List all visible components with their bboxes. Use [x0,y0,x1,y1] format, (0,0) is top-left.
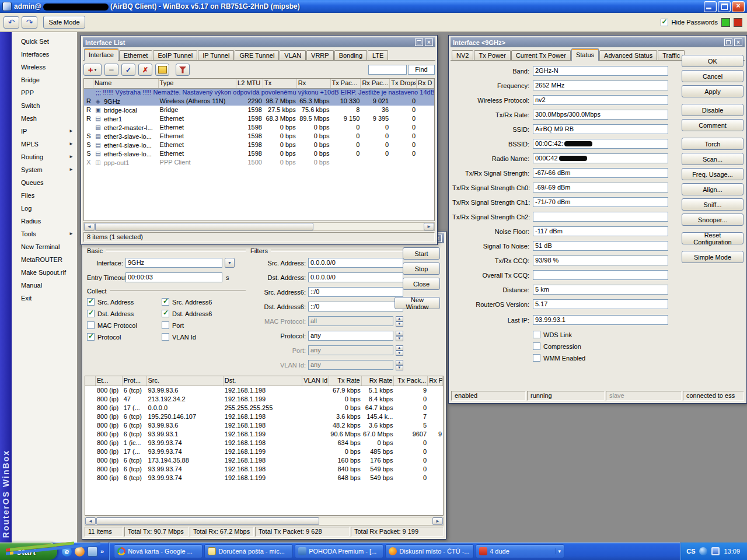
column-header[interactable] [84,79,93,88]
restore-icon[interactable] [415,38,423,46]
collect-checkbox[interactable]: Protocol [87,333,162,341]
interface-row[interactable]: X ppp-out1 PPP Client 1500 0 bps 0 bps [84,158,434,167]
taskbar-window-button[interactable]: Diskusní místo - ČTÚ -... ▾ [385,544,474,558]
filter-input[interactable]: any [308,331,393,341]
find-button[interactable]: Find [408,65,435,75]
interface-row[interactable]: R 9GHz Wireless (Atheros 11N) 2290 98.7 … [84,97,434,106]
status-checkbox[interactable]: WMM Enabled [533,354,585,362]
tab[interactable]: Status [571,48,599,61]
horizontal-scrollbar[interactable]: ◄ ► [85,517,444,526]
action-button[interactable]: Apply [682,85,743,97]
enable-button[interactable]: ✓ [121,64,135,76]
sidebar-item[interactable]: Switch ► [12,99,77,112]
column-header[interactable]: Tx Drops [390,79,417,88]
column-header[interactable]: Prot... [123,376,147,386]
language-indicator[interactable]: CS [686,548,695,555]
torch-row[interactable]: 800 (ip) 1 (ic... 93.99.93.74 192.168.1.… [85,439,443,447]
column-header[interactable]: VLAN Id [302,376,329,386]
scroll-right-button[interactable]: ► [424,223,434,230]
torch-row[interactable]: 800 (ip) 6 (tcp) 93.99.93.6 192.168.1.19… [85,386,443,395]
safe-mode-button[interactable]: Safe Mode [43,16,85,29]
tab[interactable]: IP Tunnel [198,50,234,60]
sidebar-item[interactable]: Wireless ► [12,61,77,74]
add-interface-button[interactable]: +▼ [83,64,102,76]
sidebar-item[interactable]: Tools ► [12,228,77,240]
interface-row[interactable]: S ether5-slave-lo... Ethernet 1598 0 bps… [84,149,434,158]
column-header[interactable]: Rx P... [428,376,443,386]
tab[interactable]: Tx Power [474,50,510,60]
column-header[interactable]: Rx D [417,79,434,88]
collect-checkbox[interactable]: Dst. Address6 [162,310,243,317]
column-header[interactable] [85,376,96,386]
clock[interactable]: 13:09 [724,548,740,555]
restore-button[interactable] [718,1,731,12]
filter-input[interactable]: all [308,316,393,326]
torch-row[interactable]: 800 (ip) 6 (tcp) 93.99.93.1 192.168.1.19… [85,430,443,439]
sidebar-item[interactable]: MetaROUTER ► [12,253,77,266]
column-header[interactable]: Tx [263,79,297,88]
tab[interactable]: Bonding [334,50,367,60]
action-button[interactable]: OK [682,55,743,67]
sidebar-item[interactable]: System ► [12,163,77,176]
taskbar-window-button[interactable]: 4 dude ▾ [476,544,564,558]
collect-checkbox[interactable]: Src. Address6 [162,298,243,306]
remove-interface-button[interactable]: − [104,64,118,76]
column-header[interactable]: Rx Rate [362,376,395,386]
close-button[interactable]: Close [403,278,440,290]
torch-row[interactable]: 800 (ip) 6 (tcp) 93.99.93.74 192.168.1.1… [85,465,443,474]
filter-input[interactable]: any [308,360,393,370]
tab[interactable]: Current Tx Power [511,50,571,60]
action-button[interactable]: Sniff... [682,198,743,211]
tab[interactable]: NV2 [452,50,473,60]
sidebar-item[interactable]: Quick Set ► [12,35,77,48]
filter-input[interactable]: ::/0 [308,302,403,312]
restore-icon[interactable] [724,38,732,46]
interface-row[interactable]: S ether4-slave-lo... Ethernet 1598 0 bps… [84,141,434,149]
action-button[interactable]: Reset Configuration [682,232,743,244]
comment-button[interactable] [155,64,169,76]
sidebar-item[interactable]: Bridge ► [12,74,77,86]
taskbar-window-button[interactable]: Nová karta - Google ... ▾ [114,544,203,558]
filter-button[interactable] [176,64,190,76]
sidebar-item[interactable]: Routing ► [12,150,77,163]
tab[interactable]: EoIP Tunnel [153,50,197,60]
interface-comment-row[interactable]: ;;; !!!!!! Výstraha !!!!! Nemažte. Nasta… [84,89,434,97]
sidebar-item[interactable]: IP ► [12,125,77,138]
scrollbar-thumb[interactable] [96,517,319,525]
taskbar-window-button[interactable]: POHODA Premium - [... ▾ [295,544,383,558]
interface-table-header[interactable]: Name Type L2 MTU Tx Rx Tx Pac... Rx Pac.… [84,79,434,89]
torch-row[interactable]: 800 (ip) 17 (... 0.0.0.0 255.255.255.255… [85,404,443,412]
window-titlebar[interactable]: admin@(AirBQ Client) - WinBox v5.17 on R… [0,0,747,13]
sidebar-item[interactable]: Files ► [12,189,77,202]
sidebar-item[interactable]: Exit ► [12,292,77,304]
action-button[interactable]: Cancel [682,70,743,82]
horizontal-scrollbar[interactable]: ◄ ► [83,222,435,231]
action-button[interactable]: Freq. Usage... [682,168,743,180]
status-checkbox[interactable]: Compression [533,342,581,350]
scroll-left-button[interactable]: ◄ [85,517,96,525]
spinner-buttons[interactable]: ▲▼ [396,360,403,370]
torch-row[interactable]: 800 (ip) 6 (tcp) 93.99.93.74 192.168.1.1… [85,474,443,482]
scroll-left-button[interactable]: ◄ [84,223,95,230]
sidebar-item[interactable]: MPLS ► [12,138,77,150]
sidebar-item[interactable]: PPP ► [12,86,77,99]
close-button[interactable]: × [732,1,745,12]
taskbar-window-button[interactable]: Doručená pošta - mic... ▾ [204,544,293,558]
tab[interactable]: LTE [368,50,388,60]
column-header[interactable]: Tx Pac... [331,79,361,88]
torch-row[interactable]: 800 (ip) 6 (tcp) 195.250.146.107 192.168… [85,412,443,421]
start-button[interactable]: start [0,542,57,560]
close-icon[interactable]: × [734,38,742,46]
sidebar-item[interactable]: Manual ► [12,279,77,292]
status-checkbox[interactable]: WDS Link [533,331,572,338]
torch-row[interactable]: 800 (ip) 6 (tcp) 93.99.93.6 192.168.1.19… [85,421,443,430]
stop-button[interactable]: Stop [403,262,440,275]
interface-list-titlebar[interactable]: Interface List × [83,37,435,47]
interface-row[interactable]: R ether1 Ethernet 1598 68.3 Mbps 89.5 Mb… [84,114,434,123]
new-window-button[interactable]: New Window [395,297,440,309]
scrollbar-track[interactable] [313,223,424,230]
show-desktop-icon[interactable] [88,547,97,556]
sidebar-item[interactable]: Interfaces ► [12,48,77,61]
tray-app-icon[interactable] [699,547,707,555]
column-header[interactable]: Name [93,79,159,88]
